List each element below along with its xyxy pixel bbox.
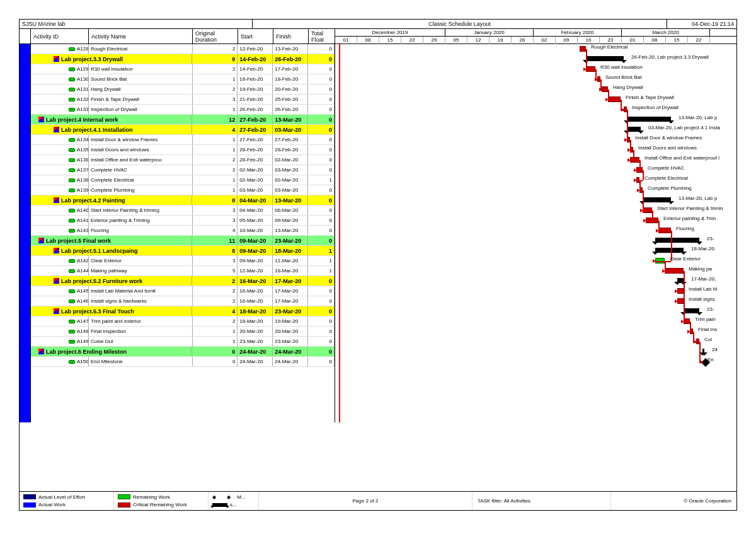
activity-row[interactable]: A1500End Milestone024-Mar-2024-Mar-200	[31, 357, 335, 367]
activity-row[interactable]: A1320Finish & Tape Drywall321-Feb-2025-F…	[31, 95, 335, 105]
day-header: 19	[490, 37, 512, 44]
activity-row[interactable]: A1310Hang Drywall219-Feb-2020-Feb-200	[31, 84, 335, 95]
wbs-row[interactable]: Lab project.6 Ending Mileston024-Mar-202…	[31, 347, 335, 357]
gantt-row: Final Ins	[335, 327, 736, 337]
bar-label: 23-	[707, 236, 714, 241]
wbs-icon	[54, 248, 59, 253]
dependency-link	[586, 49, 587, 69]
top-header: SJSU MArine lab Classic Schedule Layout …	[20, 20, 736, 29]
bar-label: Install Office and Exit waterproof l	[644, 155, 719, 161]
activity-row[interactable]: A1280Rough Electrical212-Feb-2013-Feb-20…	[31, 44, 335, 54]
task-icon	[69, 289, 75, 293]
wbs-row[interactable]: Lab project.5.2 Furniture work216-Mar-20…	[31, 276, 335, 286]
bar-label: Final Ins	[698, 327, 717, 332]
gantt-row: Start Interior Painting & trimin	[335, 206, 736, 216]
activity-row[interactable]: A1350Install Doors and windows128-Feb-20…	[31, 145, 335, 155]
activity-row[interactable]: A1470Trim paint and exterior218-Mar-2019…	[31, 316, 335, 327]
wbs-row[interactable]: Lab project.5 Final work1109-Mar-2023-Ma…	[31, 236, 335, 246]
gantt-row: Finish & Tape Drywall	[335, 95, 736, 105]
arrow-icon	[634, 168, 637, 172]
bar-label: 18-Mar-20	[691, 246, 714, 252]
dependency-link	[639, 160, 641, 170]
bar-label: Flooring	[676, 226, 694, 231]
activity-row[interactable]: A1490Colse Out123-Mar-2023-Mar-200	[31, 337, 335, 347]
activity-row[interactable]: A1290R30 wall insulation214-Feb-2017-Feb…	[31, 64, 335, 74]
activity-row[interactable]: A1420Clear Exterior309-Mar-2011-Mar-201	[31, 256, 335, 266]
dependency-link	[643, 190, 644, 211]
wbs-row[interactable]: Lab project.4.1 Installation427-Feb-2003…	[31, 125, 335, 135]
arrow-icon	[640, 209, 643, 212]
wbs-icon	[38, 117, 44, 122]
arrow-icon	[700, 360, 703, 364]
task-icon	[69, 269, 75, 273]
copyright: © Oracle Corporation	[610, 492, 736, 510]
dependency-link	[671, 231, 672, 261]
timeline-header: December 2019January 2020February 2020Ma…	[335, 29, 736, 44]
bar-label: 26-Feb-20, Lab project.3.3 Drywall	[631, 54, 709, 60]
wbs-row[interactable]: Lab project.5.3 Final Touch418-Mar-2023-…	[31, 306, 335, 316]
activity-row[interactable]: A1430Flooring410-Mar-2013-Mar-200	[31, 226, 335, 236]
col-start: Start	[238, 29, 273, 44]
gantt-row: Install Doors and windows	[335, 145, 736, 155]
dependency-link	[699, 342, 701, 362]
day-header: 05	[445, 37, 467, 44]
task-bar	[586, 66, 595, 72]
task-bar	[658, 228, 671, 233]
activity-row[interactable]: A1450Install Lab Material And furnit216-…	[31, 286, 335, 296]
gantt-row: Making pa	[335, 266, 736, 276]
col-activity-id: Activity ID	[31, 29, 89, 44]
task-bar	[602, 86, 608, 92]
bar-label: 24	[712, 347, 718, 352]
task-icon	[69, 360, 75, 364]
bar-label: Install Lab M	[689, 286, 717, 292]
activity-row[interactable]: A1440Making pathway512-Mar-2018-Mar-201	[31, 266, 335, 276]
activity-row[interactable]: A1370Complete HVAC202-Mar-2003-Mar-200	[31, 165, 335, 175]
activity-row[interactable]: A1460Install signs & hardwares216-Mar-20…	[31, 296, 335, 306]
gantt-row: Clear Exterior	[335, 256, 736, 266]
page-number: Page 2 of 2	[259, 492, 472, 510]
task-bar	[643, 207, 652, 213]
gantt-row: 26-Feb-20, Lab project.3.3 Drywall	[335, 54, 736, 64]
day-header: 12	[467, 37, 490, 44]
wbs-icon	[54, 127, 59, 132]
wbs-icon	[54, 197, 59, 203]
gantt-row: 17-Mar-20,	[335, 276, 736, 286]
project-title: SJSU MArine lab	[20, 20, 253, 28]
bar-label: Col	[704, 337, 712, 342]
dependency-link	[655, 261, 671, 262]
task-icon	[69, 158, 75, 162]
wbs-row[interactable]: Lab project.4 Internal work1227-Feb-2013…	[31, 115, 335, 125]
task-icon	[69, 47, 75, 51]
activity-row[interactable]: A1380Complete Electrical102-Mar-2002-Mar…	[31, 175, 335, 185]
activity-row[interactable]: A1300Sound Brick Bat118-Feb-2018-Feb-200	[31, 74, 335, 84]
wbs-row[interactable]: Lab project.3.3 Drywall914-Feb-2026-Feb-…	[31, 54, 335, 64]
activity-row[interactable]: A1480Final Inspection120-Mar-2020-Mar-20…	[31, 327, 335, 337]
wbs-row[interactable]: Lab project.5.1 Landscpaing809-Mar-2018-…	[31, 246, 335, 256]
gantt-row: Rough Electrical	[335, 44, 736, 54]
month-header: January 2020	[445, 29, 534, 36]
arrow-icon	[643, 219, 646, 223]
bar-label: Clear Exterior	[670, 256, 701, 262]
summary-bar	[643, 197, 671, 202]
arrow-icon	[605, 98, 609, 102]
activity-row[interactable]: A1360Install Office and Exit waterproo22…	[31, 155, 335, 165]
print-timestamp: 04-Dec-19 21:14	[667, 20, 736, 28]
bar-label: En	[707, 357, 714, 363]
gantt-row: Trim pain	[335, 316, 736, 327]
arrow-icon	[595, 78, 598, 81]
month-header: February 2020	[534, 29, 622, 36]
wbs-icon	[54, 308, 59, 314]
activity-row[interactable]: A1330Inspection of Drywall126-Feb-2026-F…	[31, 105, 335, 115]
loe-bar	[20, 44, 31, 422]
day-header: 08	[357, 37, 379, 44]
bar-label: 13-Mar-20, Lab p	[679, 115, 717, 120]
activity-row[interactable]: A1400Start Interior Painting & triming30…	[31, 206, 335, 216]
gantt-row: Complete HVAC	[335, 165, 736, 175]
activity-row[interactable]: A1340Install Door & window Frames127-Feb…	[31, 135, 335, 145]
activity-row[interactable]: A1410Exterior painting & Triming305-Mar-…	[31, 216, 335, 226]
activity-row[interactable]: A1390Complete Plumbing103-Mar-2003-Mar-2…	[31, 185, 335, 195]
summary-icon	[212, 503, 227, 507]
wbs-row[interactable]: Lab project.4.2 Painting804-Mar-2013-Mar…	[31, 195, 335, 206]
dependency-link	[643, 170, 644, 180]
gantt-row: Hang Drywall	[335, 84, 736, 95]
